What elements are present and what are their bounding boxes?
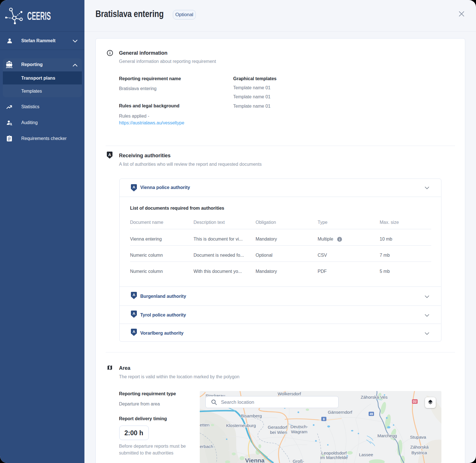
svg-text:Groß-: Groß- [293, 459, 304, 463]
svg-text:A: A [108, 152, 111, 157]
svg-text:Wolkersdorf: Wolkersdorf [278, 391, 301, 396]
svg-text:Klosterneuburg: Klosterneuburg [226, 423, 256, 428]
svg-text:Záhorská: Záhorská [410, 445, 429, 449]
svg-text:bei Wien: bei Wien [270, 430, 287, 435]
svg-text:Bisamberg: Bisamberg [241, 413, 262, 418]
svg-text:Vienna: Vienna [245, 457, 265, 463]
svg-text:8: 8 [323, 417, 325, 421]
svg-text:Stupava: Stupava [410, 435, 426, 439]
svg-text:49: 49 [370, 412, 373, 416]
svg-text:D2: D2 [413, 400, 417, 403]
svg-text:A: A [133, 330, 135, 334]
svg-text:Gerasdorf: Gerasdorf [268, 425, 288, 430]
svg-text:im Marchfelde: im Marchfelde [320, 455, 348, 460]
svg-text:Záhorská Ves: Záhorská Ves [361, 395, 388, 400]
svg-text:Deutsch-: Deutsch- [290, 424, 308, 429]
svg-text:Lassee: Lassee [359, 452, 373, 457]
svg-text:Bystrica: Bystrica [411, 450, 427, 455]
svg-text:Marchegg: Marchegg [377, 433, 397, 438]
svg-text:Gänserndorf: Gänserndorf [328, 410, 352, 415]
svg-text:Leopoldsdorf: Leopoldsdorf [321, 451, 347, 455]
svg-text:A: A [133, 311, 135, 316]
svg-text:Wagram: Wagram [291, 429, 307, 434]
svg-text:erbach: erbach [200, 444, 213, 449]
svg-text:A: A [133, 293, 135, 297]
svg-text:etten: etten [200, 422, 209, 427]
svg-text:A: A [133, 185, 135, 189]
